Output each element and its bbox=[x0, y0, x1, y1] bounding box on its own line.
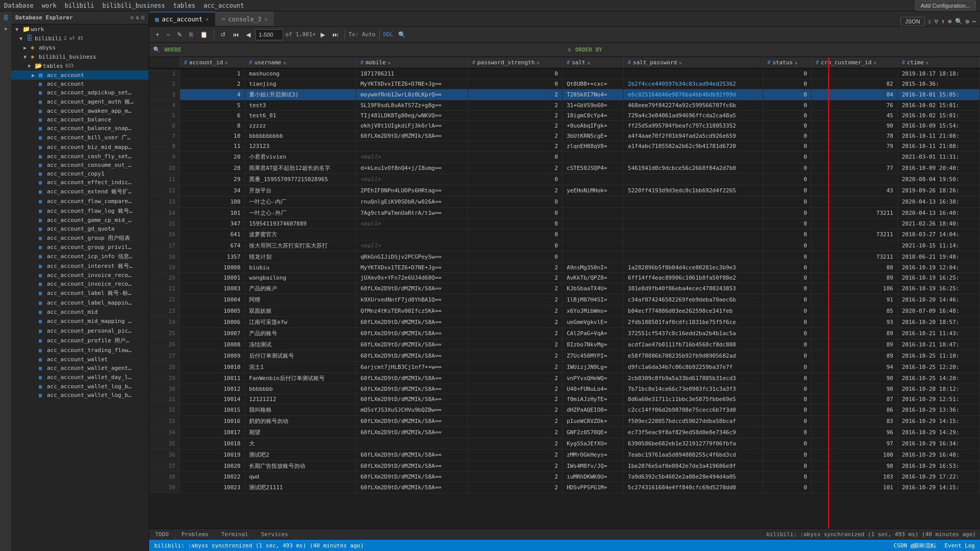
cell-salt-password-2[interactable]: 2b2f4cce440597b34c83cad94ed25362 bbox=[624, 79, 763, 89]
tree-item-table-19[interactable]: ▦ acc_account_icp_info 信息备案信 bbox=[11, 252, 149, 261]
cell-salt-password-25[interactable]: 372551cf5437c8c16edd2ba2b4b1ac5a bbox=[624, 328, 763, 339]
tab-acc-account-close[interactable]: ✕ bbox=[206, 16, 209, 22]
cell-ctime-11[interactable]: 2020-08-04 19:50: bbox=[897, 174, 979, 185]
cell-crm-6[interactable]: 90 bbox=[812, 121, 898, 131]
cell-username-27[interactable]: 后付订单测试账号 bbox=[245, 350, 356, 362]
cell-username-20[interactable]: wangbailong bbox=[245, 273, 356, 283]
table-row[interactable]: 27 10009 后付订单测试账号 60fLXm2D9tD/dMZMIk/S8A… bbox=[149, 350, 980, 362]
tree-item-abyss[interactable]: ▶ ◈ abyss bbox=[11, 43, 149, 52]
tree-item-bilibili-business[interactable]: ▼ ◈ bilibili_business bbox=[11, 52, 149, 61]
cell-password-strength-26[interactable]: 2 bbox=[468, 339, 562, 350]
cell-status-39[interactable]: 0 bbox=[763, 482, 812, 493]
cell-ctime-29[interactable]: 2016-10-25 14:20: bbox=[897, 373, 979, 384]
cell-ctime-26[interactable]: 2016-10-21 18:47: bbox=[897, 339, 979, 350]
sidebar-collapse-icon[interactable]: ⊟ bbox=[141, 14, 144, 21]
toolbar-delete-row[interactable]: − bbox=[164, 30, 173, 40]
cell-ctime-25[interactable]: 2016-10-21 11:43: bbox=[897, 328, 979, 339]
table-row[interactable]: 33 10016 奶奶的账号勿动 60fLXm2D9tD/dMZMIk/S8A=… bbox=[149, 416, 980, 427]
cell-salt-36[interactable]: zMMrOGkHeys= bbox=[562, 449, 624, 461]
cell-ctime-1[interactable]: 2019-10-17 18:18: bbox=[897, 68, 979, 79]
cell-status-14[interactable]: 0 bbox=[763, 208, 812, 219]
cell-account-id-9[interactable]: 20 bbox=[180, 152, 245, 163]
cell-username-18[interactable]: 猎龙计划 bbox=[245, 252, 356, 263]
cell-ctime-36[interactable]: 2016-10-29 16:48: bbox=[897, 449, 979, 461]
top-icon-settings[interactable]: ⚙ bbox=[966, 18, 969, 25]
add-configuration-button[interactable]: Add Configuration... bbox=[915, 1, 976, 11]
cell-crm-28[interactable]: 94 bbox=[812, 362, 898, 373]
cell-salt-34[interactable]: GNF2z0570QE= bbox=[562, 427, 624, 438]
cell-mobile-33[interactable]: 60fLXm2D9tD/dMZMIk/S8A== bbox=[356, 416, 468, 427]
tree-item-table-9[interactable]: ▦ acc_account_consume_out_budget bbox=[11, 161, 149, 169]
tree-item-table-21[interactable]: ▦ acc_account_invoice_record bbox=[11, 271, 149, 280]
cell-password-strength-2[interactable]: 0 bbox=[468, 79, 562, 89]
cell-password-strength-6[interactable]: 2 bbox=[468, 121, 562, 131]
tree-item-table-22[interactable]: ▦ acc_account_invoice_record_sale_r bbox=[11, 280, 149, 288]
cell-account-id-26[interactable]: 10008 bbox=[180, 339, 245, 350]
toolbar-range-input[interactable] bbox=[255, 29, 283, 40]
cell-ctime-30[interactable]: 2016-10-28 18:12: bbox=[897, 384, 979, 394]
cell-ctime-38[interactable]: 2016-10-29 17:22: bbox=[897, 472, 979, 482]
col-ctime-sort[interactable]: ⇅ bbox=[926, 60, 928, 65]
col-account-id[interactable]: # account_id ⇅ bbox=[180, 57, 245, 68]
cell-salt-24[interactable]: ueGmmVgkvlE= bbox=[562, 317, 624, 328]
cell-ctime-35[interactable]: 2016-10-29 16:34: bbox=[897, 438, 979, 449]
cell-status-9[interactable]: 0 bbox=[763, 152, 812, 163]
cell-password-strength-36[interactable]: 2 bbox=[468, 449, 562, 461]
cell-username-9[interactable]: 小君君vivien bbox=[245, 152, 356, 163]
cell-mobile-29[interactable]: 60fLXm2D9tD/dMZMIk/S8A== bbox=[356, 373, 468, 384]
col-account-id-sort[interactable]: ⇅ bbox=[225, 60, 228, 65]
toolbar-nav-first[interactable]: ⏮ bbox=[230, 30, 241, 40]
table-row[interactable]: 13 100 一叶之心-内厂 rnuQnlgEiKV0SDbR/w026A== … bbox=[149, 196, 980, 208]
cell-salt-13[interactable] bbox=[562, 196, 624, 208]
json-format-button[interactable]: JSON bbox=[900, 17, 924, 26]
cell-account-id-35[interactable]: 10018 bbox=[180, 438, 245, 449]
cell-account-id-11[interactable]: 29 bbox=[180, 174, 245, 185]
cell-password-strength-24[interactable]: 2 bbox=[468, 317, 562, 328]
cell-password-strength-19[interactable]: 2 bbox=[468, 263, 562, 273]
cell-salt-10[interactable]: cSTE50JSQP4= bbox=[562, 163, 624, 174]
cell-username-14[interactable]: 一叶之心-外厂 bbox=[245, 208, 356, 219]
cell-account-id-7[interactable]: 10 bbox=[180, 131, 245, 141]
cell-status-13[interactable]: 0 bbox=[763, 196, 812, 208]
cell-crm-27[interactable]: 89 bbox=[812, 350, 898, 362]
cell-ctime-14[interactable]: 2020-04-13 16:40: bbox=[897, 208, 979, 219]
cell-account-id-19[interactable]: 10000 bbox=[180, 263, 245, 273]
cell-password-strength-29[interactable]: 2 bbox=[468, 373, 562, 384]
cell-password-strength-16[interactable]: 0 bbox=[468, 229, 562, 240]
cell-crm-9[interactable] bbox=[812, 152, 898, 163]
cell-salt-8[interactable]: zlqnEH88qV8= bbox=[562, 141, 624, 152]
cell-ctime-13[interactable]: 2020-04-13 16:38: bbox=[897, 196, 979, 208]
cell-mobile-21[interactable]: 60fLXm2D9tD/dMZMIk/S8A== bbox=[356, 283, 468, 294]
table-row[interactable]: 8 11 123123 2 zlqnEH88qV8= a1f4abc710558… bbox=[149, 141, 980, 152]
cell-mobile-38[interactable]: 60fLXm2D9tD/dMZMIk/S8A== bbox=[356, 472, 468, 482]
cell-password-strength-23[interactable]: 2 bbox=[468, 306, 562, 317]
tree-item-table-13[interactable]: ▦ acc_account_flow_compare 代理服 bbox=[11, 196, 149, 206]
cell-crm-26[interactable]: 89 bbox=[812, 339, 898, 350]
cell-account-id-33[interactable]: 10016 bbox=[180, 416, 245, 427]
cell-username-4[interactable]: test3 bbox=[245, 101, 356, 111]
cell-status-16[interactable]: 0 bbox=[763, 229, 812, 240]
tree-item-table-11[interactable]: ▦ acc_account_effect_indicator_confi bbox=[11, 178, 149, 187]
cell-account-id-20[interactable]: 10001 bbox=[180, 273, 245, 283]
cell-status-34[interactable]: 0 bbox=[763, 427, 812, 438]
top-icon-search[interactable]: 🔍 bbox=[955, 18, 963, 25]
cell-crm-21[interactable]: 106 bbox=[812, 283, 898, 294]
cell-password-strength-27[interactable]: 2 bbox=[468, 350, 562, 362]
cell-username-16[interactable]: 波萝蜜官方 bbox=[245, 229, 356, 240]
cell-mobile-12[interactable]: 2PEhIF8NPn4LUOPs6HRtag== bbox=[356, 185, 468, 196]
table-row[interactable]: 6 8 zzzzz okhjV8t1UIgkdiFj3k6rlA== 2 +0u… bbox=[149, 121, 980, 131]
cell-salt-14[interactable] bbox=[562, 208, 624, 219]
cell-salt-35[interactable]: KygSSaJEfXU= bbox=[562, 438, 624, 449]
cell-salt-12[interactable]: yeEHoNiMHok= bbox=[562, 185, 624, 196]
toolbar-add-row[interactable]: + bbox=[153, 30, 162, 40]
cell-mobile-23[interactable]: QfMnz4tKsTERv00Ifcz5KA== bbox=[356, 306, 468, 317]
cell-password-strength-35[interactable]: 2 bbox=[468, 438, 562, 449]
tree-item-work[interactable]: ▼ 📁 work bbox=[11, 24, 149, 34]
cell-username-37[interactable]: 长期广告投放账号勿动 bbox=[245, 461, 356, 472]
col-status[interactable]: # status ⇅ bbox=[763, 57, 812, 68]
cell-ctime-17[interactable]: 2021-10-15 11:14: bbox=[897, 240, 979, 252]
cell-mobile-10[interactable]: d+kLeu1vOf8nQ4+j/I8umg== bbox=[356, 163, 468, 174]
cell-username-23[interactable]: 双面妖姬 bbox=[245, 306, 356, 317]
cell-ctime-6[interactable]: 2016-10-09 15:54: bbox=[897, 121, 979, 131]
cell-salt-password-19[interactable]: 1a282896b5f8b04d4cce80281ec3b9e3 bbox=[624, 263, 763, 273]
